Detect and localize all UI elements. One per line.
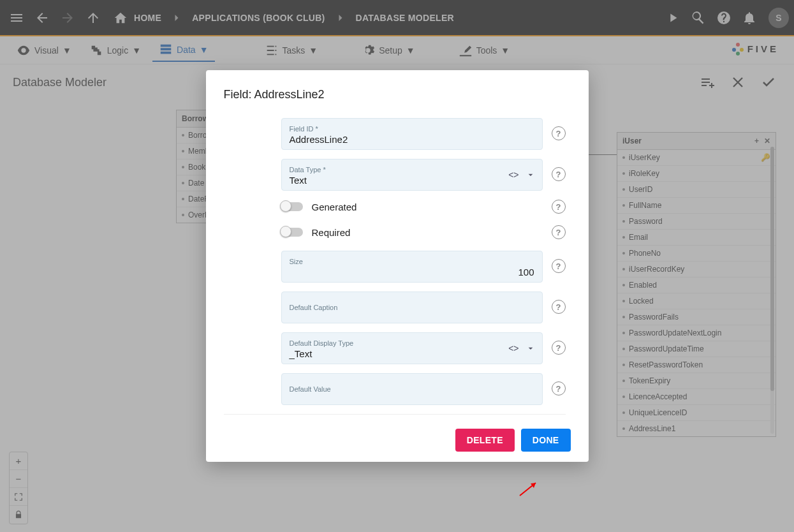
chevron-down-icon[interactable]	[526, 343, 536, 353]
delete-button[interactable]: DELETE	[455, 429, 515, 452]
help-icon[interactable]: ?	[552, 300, 566, 314]
field-value: 100	[290, 267, 534, 277]
size-input[interactable]: Size 100	[281, 251, 543, 283]
field-label: Default Value	[290, 385, 534, 393]
field-label: Size	[290, 258, 534, 265]
help-icon[interactable]: ?	[552, 381, 566, 395]
chevron-down-icon[interactable]	[526, 170, 536, 180]
field-label: Data Type *	[290, 166, 534, 174]
field-label: Field ID *	[290, 125, 534, 133]
default-value-input[interactable]: Default Value	[281, 373, 543, 405]
required-toggle[interactable]	[281, 228, 303, 237]
toggle-label: Generated	[312, 202, 543, 212]
default-caption-input[interactable]: Default Caption	[281, 292, 543, 323]
help-icon[interactable]: ?	[552, 259, 566, 273]
done-button[interactable]: DONE	[521, 429, 571, 452]
generated-toggle[interactable]	[281, 202, 303, 211]
default-display-type-select[interactable]: Default Display Type _Text <>	[281, 332, 543, 364]
field-id-input[interactable]: Field ID * AddressLine2	[281, 118, 543, 150]
data-type-select[interactable]: Data Type * Text <>	[281, 159, 543, 191]
help-icon[interactable]: ?	[552, 200, 566, 214]
help-icon[interactable]: ?	[552, 167, 566, 181]
modal-footer: DELETE DONE	[224, 425, 571, 452]
toggle-label: Required	[312, 227, 543, 238]
help-icon[interactable]: ?	[552, 126, 566, 140]
field-label: Default Display Type	[290, 339, 534, 347]
field-value: Text	[290, 175, 534, 186]
code-icon[interactable]: <>	[508, 170, 518, 180]
help-icon[interactable]: ?	[552, 225, 566, 239]
code-icon[interactable]: <>	[508, 343, 518, 353]
help-icon[interactable]: ?	[552, 341, 566, 355]
modal-title: Field: AddressLine2	[224, 88, 571, 101]
field-value: _Text	[290, 348, 534, 359]
modal-overlay: Field: AddressLine2 Field ID * AddressLi…	[0, 0, 794, 532]
field-value: AddressLine2	[290, 134, 534, 145]
field-modal: Field: AddressLine2 Field ID * AddressLi…	[206, 70, 589, 462]
field-label: Default Caption	[290, 304, 534, 311]
